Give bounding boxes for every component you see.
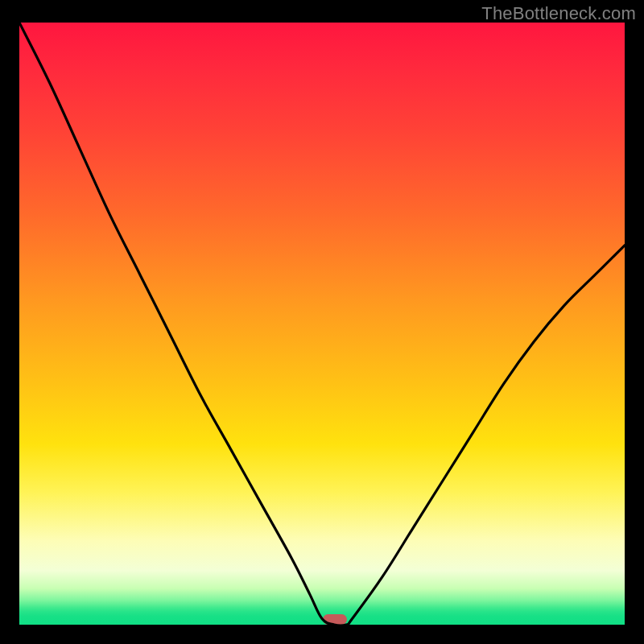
curve-path bbox=[19, 23, 625, 625]
watermark-text: TheBottleneck.com bbox=[481, 3, 636, 24]
chart-frame: TheBottleneck.com bbox=[0, 0, 644, 644]
plot-area bbox=[19, 23, 625, 625]
bottleneck-curve bbox=[19, 23, 625, 625]
